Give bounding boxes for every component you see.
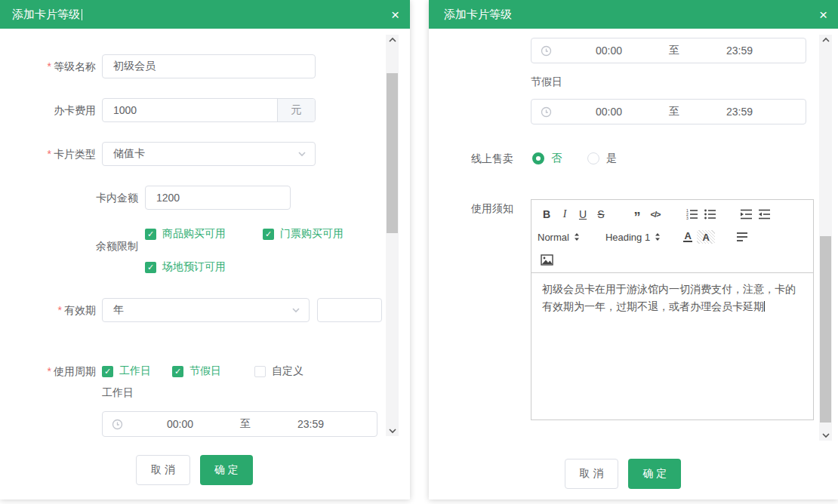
scrollbar-track[interactable]	[386, 45, 399, 426]
code-block-icon[interactable]: </>	[646, 205, 664, 223]
scroll-up-icon[interactable]	[386, 35, 399, 45]
dialog-header: 添加卡片等级 ×	[0, 0, 410, 29]
clock-icon	[112, 419, 123, 430]
field-label-level-name: *等级名称	[0, 54, 96, 78]
checkbox-ticket-purchase[interactable]: ✓ 门票购买可用	[263, 226, 344, 241]
dialog-footer: 取 消 确 定	[0, 455, 410, 485]
checkbox-unchecked-icon	[254, 366, 266, 377]
svg-text:3: 3	[686, 216, 689, 220]
scrollbar-thumb[interactable]	[387, 73, 398, 233]
header-picker-dropdown[interactable]: Heading 1	[605, 232, 661, 243]
underline-icon[interactable]: U	[574, 205, 592, 223]
radio-online-sale-no[interactable]: 否	[532, 151, 562, 166]
background-color-icon[interactable]: A	[697, 230, 715, 244]
close-icon[interactable]: ×	[391, 8, 399, 22]
validity-unit-select[interactable]: 年	[102, 298, 310, 322]
radio-selected-icon	[532, 152, 544, 164]
card-fee-input-wrap: 元	[102, 98, 316, 122]
checkbox-venue-booking[interactable]: ✓ 场地预订可用	[145, 260, 226, 275]
checkbox-custom[interactable]: 自定义	[254, 364, 303, 379]
level-name-input-wrap	[102, 54, 316, 78]
field-label-card-type: *卡片类型	[0, 142, 96, 166]
rich-text-editor: B I U S ” </> 123	[531, 199, 814, 420]
checkbox-checked-icon: ✓	[263, 229, 274, 240]
close-icon[interactable]: ×	[819, 8, 827, 22]
time-start-value[interactable]: 00:00	[552, 106, 666, 118]
cancel-button[interactable]: 取 消	[565, 459, 619, 489]
workday-time-range[interactable]: 00:00 至 23:59	[102, 411, 377, 437]
dialog-add-card-level-2: 添加卡片等级 × 00:00 至 23:59 节假日 00:00 至 23:59…	[429, 0, 838, 499]
time-start-value[interactable]: 00:00	[552, 45, 666, 57]
validity-amount-input[interactable]	[318, 299, 381, 321]
scrollbar-track[interactable]	[819, 45, 832, 430]
card-fee-input[interactable]	[103, 99, 277, 121]
checkbox-goods-purchase[interactable]: ✓ 商品购买可用	[145, 226, 226, 241]
text-cursor	[82, 9, 82, 20]
checkbox-checked-icon: ✓	[172, 366, 183, 377]
required-mark: *	[48, 365, 51, 377]
blockquote-icon[interactable]: ”	[628, 205, 646, 223]
editor-toolbar: B I U S ” </> 123	[531, 200, 813, 273]
holiday-time-range[interactable]: 00:00 至 23:59	[531, 99, 806, 124]
field-label-online-sale: 线上售卖	[429, 151, 513, 166]
dialog-title: 添加卡片等级	[444, 8, 512, 22]
radio-online-sale-yes[interactable]: 是	[587, 151, 617, 166]
chevron-down-icon	[297, 149, 307, 159]
clock-icon	[541, 45, 552, 57]
dialog-title: 添加卡片等级	[12, 8, 80, 22]
time-separator: 至	[237, 417, 254, 431]
size-picker-dropdown[interactable]: Normal	[538, 232, 580, 243]
validity-unit-value: 年	[103, 303, 291, 317]
scroll-down-icon[interactable]	[386, 426, 399, 436]
holiday-sublabel: 节假日	[531, 75, 562, 89]
bold-icon[interactable]: B	[538, 205, 556, 223]
indent-icon[interactable]	[755, 205, 773, 223]
level-name-input[interactable]	[103, 55, 315, 78]
required-mark: *	[48, 60, 51, 72]
time-separator: 至	[666, 105, 682, 118]
align-icon[interactable]	[733, 228, 751, 246]
text-cursor	[764, 301, 765, 312]
time-start-value[interactable]: 00:00	[123, 418, 237, 430]
required-mark: *	[58, 304, 62, 316]
field-label-usage-cycle: *使用周期	[0, 364, 96, 379]
scroll-up-icon[interactable]	[819, 35, 832, 45]
time-separator: 至	[666, 44, 682, 57]
screen: 添加卡片等级 × *等级名称 办卡费用 元 *卡片类型 储值卡	[0, 0, 838, 504]
checkbox-checked-icon: ✓	[145, 262, 156, 273]
updown-arrows-icon	[655, 232, 661, 241]
card-amount-input[interactable]	[146, 186, 290, 209]
field-label-balance-limit: 余额限制	[0, 238, 138, 254]
bullet-list-icon[interactable]	[701, 205, 719, 223]
clock-icon	[541, 106, 552, 118]
ordered-list-icon[interactable]: 123	[682, 205, 701, 223]
dialog-header: 添加卡片等级 ×	[429, 0, 838, 29]
time-end-value[interactable]: 23:59	[682, 45, 796, 57]
card-type-value: 储值卡	[103, 147, 297, 161]
time-end-value[interactable]: 23:59	[682, 106, 796, 118]
time-end-value[interactable]: 23:59	[254, 418, 368, 430]
confirm-button[interactable]: 确 定	[628, 459, 681, 489]
outdent-icon[interactable]	[737, 205, 755, 223]
field-label-validity: *有效期	[0, 298, 96, 322]
workday-time-range[interactable]: 00:00 至 23:59	[531, 38, 806, 63]
chevron-down-icon	[291, 305, 301, 315]
strikethrough-icon[interactable]: S	[592, 205, 610, 223]
updown-arrows-icon	[574, 232, 580, 241]
image-icon[interactable]	[538, 250, 556, 269]
checkbox-checked-icon: ✓	[145, 229, 156, 240]
checkbox-checked-icon: ✓	[102, 366, 113, 377]
cancel-button[interactable]: 取 消	[136, 455, 190, 485]
dialog-scrollbar[interactable]	[386, 35, 399, 436]
checkbox-holiday[interactable]: ✓ 节假日	[172, 364, 221, 379]
checkbox-workday[interactable]: ✓ 工作日	[102, 364, 151, 379]
confirm-button[interactable]: 确 定	[200, 455, 253, 485]
text-color-icon[interactable]: A	[679, 228, 697, 246]
dialog-scrollbar[interactable]	[819, 35, 832, 441]
scroll-down-icon[interactable]	[819, 430, 832, 441]
scrollbar-thumb[interactable]	[820, 236, 831, 423]
italic-icon[interactable]: I	[556, 205, 574, 223]
card-type-select[interactable]: 储值卡	[102, 142, 316, 166]
editor-content[interactable]: 初级会员卡在用于游泳馆内一切消费支付，注意，卡的有效期为一年，过期不退，或者办理…	[531, 273, 813, 323]
radio-unselected-icon	[587, 152, 599, 164]
